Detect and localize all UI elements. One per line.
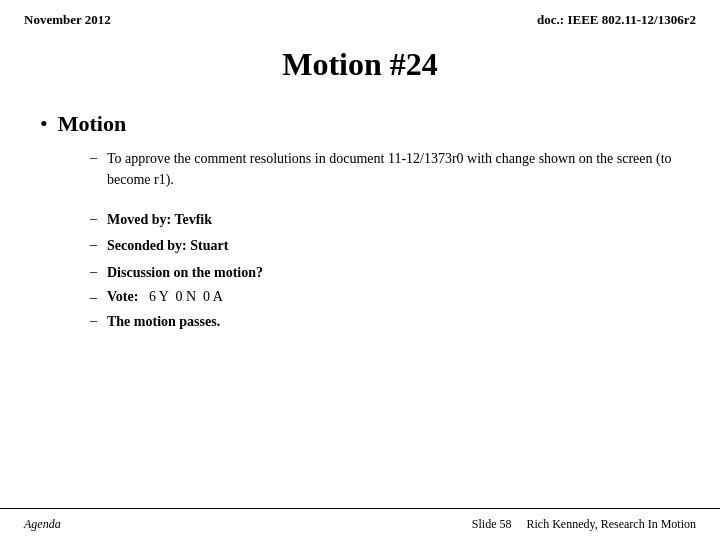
bullet-label: Motion [58, 111, 126, 137]
main-bullet: • Motion [40, 111, 680, 137]
header-date: November 2012 [24, 12, 111, 28]
dash-icon: – [90, 313, 97, 329]
footer-agenda: Agenda [24, 517, 61, 532]
sub-text-approve: To approve the comment resolutions in do… [107, 149, 680, 190]
list-item: – Moved by: Tevfik [90, 210, 680, 230]
slide: November 2012 doc.: IEEE 802.11-12/1306r… [0, 0, 720, 540]
list-item: – Discussion on the motion? [90, 263, 680, 283]
sub-text-moved: Moved by: Tevfik [107, 210, 212, 230]
main-title: Motion #24 [24, 46, 696, 83]
header: November 2012 doc.: IEEE 802.11-12/1306r… [0, 0, 720, 36]
list-item: – Seconded by: Stuart [90, 236, 680, 256]
footer-info: Slide 58 Rich Kennedy, Research In Motio… [472, 517, 696, 532]
dash-icon: – [90, 211, 97, 227]
header-doc: doc.: IEEE 802.11-12/1306r2 [537, 12, 696, 28]
list-item: – Vote: 6 Y 0 N 0 A [90, 289, 680, 306]
sub-text-passes: The motion passes. [107, 312, 220, 332]
title-section: Motion #24 [0, 36, 720, 101]
dash-icon: – [90, 150, 97, 166]
dash-icon: – [90, 290, 97, 306]
sub-text-discussion: Discussion on the motion? [107, 263, 263, 283]
sub-items: – To approve the comment resolutions in … [40, 149, 680, 332]
dash-icon: – [90, 264, 97, 280]
dash-icon: – [90, 237, 97, 253]
footer: Agenda Slide 58 Rich Kennedy, Research I… [0, 508, 720, 540]
content: • Motion – To approve the comment resolu… [0, 101, 720, 348]
bullet-icon: • [40, 111, 48, 137]
sub-text-vote: Vote: 6 Y 0 N 0 A [107, 289, 223, 305]
slide-number: Slide 58 [472, 517, 512, 531]
sub-text-seconded: Seconded by: Stuart [107, 236, 228, 256]
list-item: – The motion passes. [90, 312, 680, 332]
footer-author: Rich Kennedy, Research In Motion [526, 517, 696, 531]
list-item: – To approve the comment resolutions in … [90, 149, 680, 190]
